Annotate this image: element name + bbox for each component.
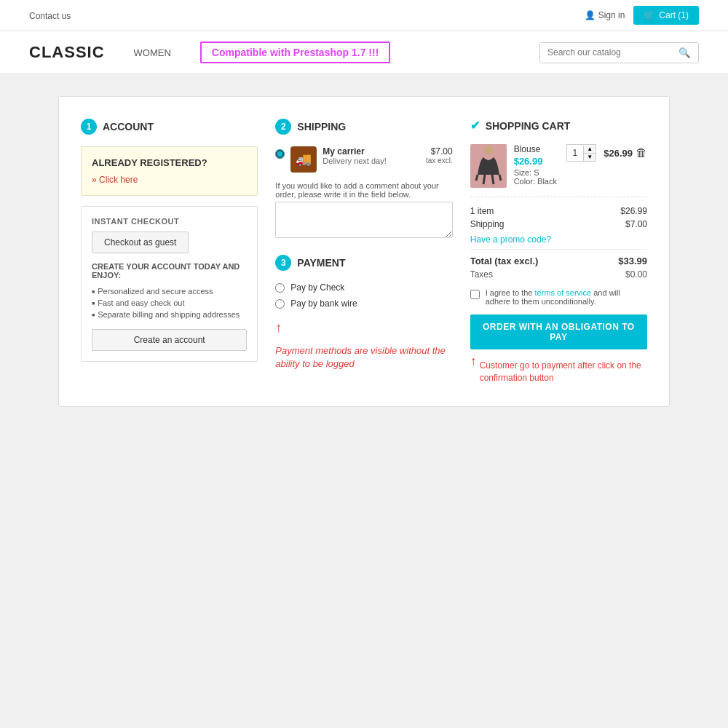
svg-line-1 <box>476 175 478 181</box>
logo: CLASSIC <box>29 43 105 62</box>
cart-total-price: $33.99 <box>618 256 647 266</box>
checkout-container: 1 ACCOUNT ALREADY REGISTERED? » Click he… <box>58 96 670 407</box>
shipping-step-number: 2 <box>275 119 291 135</box>
signin-link[interactable]: 👤 Sign in <box>585 10 625 20</box>
benefit-item: Personalized and secure access <box>92 285 247 297</box>
create-account-button[interactable]: Create an account <box>92 329 247 351</box>
terms-service-link[interactable]: terms of service <box>535 288 592 297</box>
top-bar: Contact us 👤 Sign in 🛒 Cart (1) <box>0 0 728 31</box>
account-step-number: 1 <box>81 119 97 135</box>
create-account-prompt: CREATE YOUR ACCOUNT TODAY AND ENJOY: <box>92 262 247 280</box>
benefit-item: Separate billing and shipping addresses <box>92 309 247 320</box>
click-here-link[interactable]: » Click here <box>92 175 138 185</box>
benefits-list: Personalized and secure access Fast and … <box>92 285 247 320</box>
top-bar-right: 👤 Sign in 🛒 Cart (1) <box>585 6 699 25</box>
comment-textarea[interactable] <box>275 202 452 238</box>
qty-down-button[interactable]: ▼ <box>584 153 596 161</box>
payment-step-number: 3 <box>275 255 291 271</box>
qty-control: 1 ▲ ▼ <box>566 144 597 162</box>
carrier-price: $7.00 <box>426 146 453 157</box>
order-button[interactable]: ORDER WITH AN OBLIGATION TO PAY <box>470 314 647 349</box>
svg-line-3 <box>483 175 485 184</box>
cart-label: SHOPPING CART <box>486 120 571 132</box>
cart-total-row: Total (tax excl.) $33.99 <box>470 249 647 266</box>
promo-badge: Compatible with Prestashop 1.7 !!! <box>200 41 390 63</box>
cart-step-header: ✔ SHOPPING CART <box>470 119 647 132</box>
cart-total-label: Total (tax excl.) <box>470 256 539 266</box>
payment-wire-label: Pay by bank wire <box>290 298 357 309</box>
promo-code-link[interactable]: Have a promo code? <box>470 234 551 245</box>
confirmation-arrow-icon: ↑ <box>470 354 477 369</box>
cart-item-image <box>470 144 507 188</box>
carrier-delivery: Delivery next day! <box>323 157 420 165</box>
contact-us-link[interactable]: Contact us <box>29 11 71 21</box>
cart-taxes-price: $0.00 <box>625 269 647 280</box>
svg-point-0 <box>484 146 493 154</box>
comment-label: If you would like to add a comment about… <box>275 181 452 199</box>
shipping-step-label: SHIPPING <box>297 121 346 132</box>
cart-items-row: 1 item $26.99 <box>470 206 647 216</box>
header: CLASSIC WOMEN Compatible with Prestashop… <box>0 31 728 74</box>
carrier-delivery-label: Delivery <box>323 157 352 165</box>
dress-svg <box>470 144 507 188</box>
cart-item-name: Blouse <box>514 144 559 154</box>
cart-tax-row: Taxes $0.00 <box>470 269 647 280</box>
confirmation-note-row: ↑ Customer go to payment after click on … <box>470 354 647 384</box>
search-box: 🔍 <box>539 42 699 63</box>
search-button[interactable]: 🔍 <box>671 43 698 63</box>
qty-display: 1 <box>567 148 584 158</box>
carrier-delivery-time: next day! <box>354 157 387 165</box>
search-icon: 🔍 <box>678 47 691 58</box>
payment-section: 3 PAYMENT Pay by Check Pay by bank wire … <box>275 255 452 371</box>
cart-item-price: $26.99 <box>514 156 559 167</box>
already-registered-box: ALREADY REGISTERED? » Click here <box>81 146 258 196</box>
svg-line-2 <box>499 175 501 181</box>
account-step-header: 1 ACCOUNT <box>81 119 258 135</box>
promo-code-row: Have a promo code? <box>470 234 647 245</box>
qty-buttons: ▲ ▼ <box>583 146 596 161</box>
payment-arrow-icon: ↑ <box>275 320 452 336</box>
payment-option-check: Pay by Check <box>275 282 452 293</box>
cart-label: Cart (1) <box>659 10 689 20</box>
payment-check-radio[interactable] <box>275 283 285 293</box>
account-section: 1 ACCOUNT ALREADY REGISTERED? » Click he… <box>81 119 258 384</box>
shipping-section: 2 SHIPPING 🚚 My carrier Delivery next da… <box>275 119 452 384</box>
payment-note: Payment methods are visible without the … <box>275 344 452 371</box>
payment-step-label: PAYMENT <box>297 257 345 269</box>
account-step-label: ACCOUNT <box>103 121 154 132</box>
cart-shipping-row: Shipping $7.00 <box>470 219 647 229</box>
cart-item: Blouse $26.99 Size: S Color: Black <box>470 144 647 197</box>
benefit-item: Fast and easy check out <box>92 297 247 309</box>
cart-totals: 1 item $26.99 Shipping $7.00 Have a prom… <box>470 206 647 280</box>
carrier-radio[interactable] <box>275 149 285 159</box>
payment-check-label: Pay by Check <box>290 282 344 293</box>
user-icon: 👤 <box>585 10 596 20</box>
cart-button[interactable]: 🛒 Cart (1) <box>633 6 699 25</box>
cart-taxes-label: Taxes <box>470 269 493 280</box>
cart-items-price: $26.99 <box>620 206 647 216</box>
cart-item-details: Blouse $26.99 Size: S Color: Black <box>514 144 559 186</box>
cart-icon: 🛒 <box>644 10 654 20</box>
size-label: Size: <box>514 168 531 177</box>
carrier-info: My carrier Delivery next day! <box>323 146 420 165</box>
cart-item-delete-button[interactable]: 🗑 <box>636 146 647 159</box>
terms-row: I agree to the terms of service and will… <box>470 288 647 306</box>
search-input[interactable] <box>540 43 671 62</box>
qty-up-button[interactable]: ▲ <box>584 146 596 153</box>
signin-label: Sign in <box>598 10 625 20</box>
carrier-option: 🚚 My carrier Delivery next day! $7.00 ta… <box>275 146 452 173</box>
nav-women-link[interactable]: WOMEN <box>134 47 171 58</box>
payment-step-header: 3 PAYMENT <box>275 255 452 271</box>
carrier-name: My carrier <box>323 146 420 157</box>
checkout-guest-button[interactable]: Checkout as guest <box>92 232 189 253</box>
cart-item-subtotal: $26.99 <box>604 148 633 159</box>
terms-text: I agree to the terms of service and will… <box>486 288 647 306</box>
payment-arrow-note: ↑ Payment methods are visible without th… <box>275 320 452 371</box>
instant-checkout-box: INSTANT CHECKOUT Checkout as guest CREAT… <box>81 206 258 362</box>
carrier-price-box: $7.00 tax excl. <box>426 146 453 165</box>
terms-text-1: I agree to the <box>486 288 535 297</box>
cart-shipping-price: $7.00 <box>625 219 647 229</box>
color-value: Black <box>537 177 557 186</box>
terms-checkbox[interactable] <box>470 290 480 299</box>
payment-wire-radio[interactable] <box>275 299 285 309</box>
